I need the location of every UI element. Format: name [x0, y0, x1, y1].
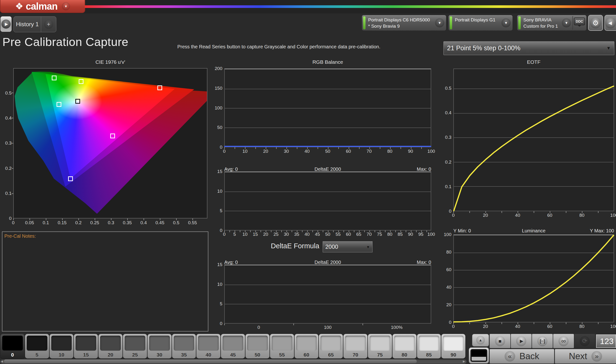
eotf-y-labels: 0.50.40.30.20.10: [438, 86, 451, 214]
pattern-step-70-button[interactable]: 70: [343, 334, 367, 358]
pattern-step-40-button[interactable]: 40: [196, 334, 220, 358]
pre-cal-notes-label: Pre-Cal Notes:: [4, 233, 36, 239]
pattern-swatch: [100, 336, 121, 351]
tick-label: 0.35: [122, 220, 132, 225]
yellow-secondary-marker: [79, 79, 83, 84]
chevron-down-icon: ▼: [435, 18, 444, 27]
scroll-left-icon[interactable]: ◀: [0, 359, 4, 364]
point-count-display: 123: [596, 334, 616, 348]
tick-label: 80: [577, 213, 587, 218]
pattern-step-20-button[interactable]: 20: [98, 334, 122, 358]
display-device-dropdown[interactable]: Sony BRAVIA Custom for Pro 1 ▼ DDC: [517, 15, 587, 31]
meter-name: Portrait Displays C6 HDR5000: [368, 17, 430, 23]
arrow-left-icon: ◀: [605, 17, 616, 28]
play-icon: ▶: [516, 336, 526, 346]
cie-chart-title: CIE 1976 u'v': [13, 59, 208, 65]
read-range-button[interactable]: [··]: [532, 334, 553, 348]
back-button[interactable]: « Back: [490, 349, 554, 364]
pattern-step-5-button[interactable]: 5: [25, 334, 49, 358]
top-bar: ❖ calman ▼: [0, 0, 616, 13]
settings-button[interactable]: ⚙: [588, 15, 603, 31]
cie-1976-diagram: [13, 68, 208, 219]
green-primary-marker: [52, 76, 57, 80]
display-device-mode: Custom for Pro 1: [523, 23, 558, 29]
back-label: Back: [520, 351, 539, 361]
tick-label: 0.5: [5, 91, 12, 96]
add-tab-button[interactable]: +: [41, 17, 56, 32]
play-arrow-icon: ▶: [1, 19, 11, 29]
scrollbar-thumb[interactable]: [4, 359, 417, 363]
pattern-step-10-button[interactable]: 10: [50, 334, 74, 358]
points-preset-dropdown[interactable]: 21 Point 5% step 0-100% ▼: [444, 41, 614, 55]
sync-button[interactable]: ⟳: [574, 334, 595, 348]
tick-label: 25: [271, 232, 281, 237]
pattern-window-button[interactable]: [469, 347, 489, 364]
tick-label: 95: [416, 232, 426, 237]
pre-cal-notes-area[interactable]: Pre-Cal Notes:: [2, 232, 208, 332]
continuous-read-button[interactable]: ∞: [553, 334, 574, 348]
tick-label: 55: [333, 232, 343, 237]
pattern-row-scrollbar[interactable]: ◀ ▶: [0, 359, 467, 364]
pattern-swatch: [345, 336, 366, 351]
stop-button[interactable]: ■: [490, 334, 510, 348]
pattern-step-80-button[interactable]: 80: [393, 334, 417, 358]
pattern-source-dropdown[interactable]: Portrait Displays G1 ▼: [448, 15, 513, 31]
tick-label: 60: [545, 324, 555, 329]
pattern-step-15-button[interactable]: 15: [74, 334, 98, 358]
pattern-step-85-button[interactable]: 85: [417, 334, 441, 358]
tick-label: 80: [577, 324, 587, 329]
pattern-step-label: 25: [125, 352, 145, 358]
stop-icon: ■: [495, 336, 505, 346]
pattern-step-30-button[interactable]: 30: [147, 334, 171, 358]
main-menu-chevron-button[interactable]: ▼: [62, 2, 70, 10]
pattern-step-25-button[interactable]: 25: [123, 334, 147, 358]
luminance-series: [454, 235, 614, 322]
pattern-step-50-button[interactable]: 50: [245, 334, 270, 358]
pattern-swatch: [443, 336, 464, 351]
rgb-x-axis-labels: 0102030405060708090100: [220, 149, 436, 154]
pattern-step-0-button[interactable]: 0: [0, 334, 25, 358]
tick-label: 60: [344, 232, 353, 237]
pattern-swatch: [198, 336, 219, 351]
pattern-step-90-button[interactable]: 90: [441, 334, 465, 358]
cie-y-ticks: [12, 68, 13, 219]
luminance-x-labels: 020406080100: [448, 324, 616, 329]
calman-window: ❖ calman ▼ ▶ History 1 + Portrait Displa…: [0, 0, 616, 364]
tick-label: 0.3: [445, 135, 451, 140]
meter-dropdown[interactable]: Portrait Displays C6 HDR5000 * Sony Brav…: [362, 15, 446, 31]
hue-spectrum-bar: [85, 5, 616, 8]
pattern-step-55-button[interactable]: 55: [270, 334, 294, 358]
next-button[interactable]: Next »: [555, 349, 616, 364]
tick-label: 35: [292, 232, 301, 237]
tab-history-1[interactable]: History 1: [14, 17, 41, 32]
pattern-step-65-button[interactable]: 65: [319, 334, 343, 358]
pattern-step-75-button[interactable]: 75: [368, 334, 392, 358]
deltae-grayscale-title: DeltaE 2000: [224, 167, 431, 172]
tick-label: 20: [446, 302, 451, 308]
pattern-step-label: 85: [419, 352, 439, 358]
expand-pattern-panel-button[interactable]: ▲: [472, 334, 489, 346]
next-label: Next: [569, 351, 587, 361]
pattern-swatch: [125, 336, 145, 351]
pattern-step-45-button[interactable]: 45: [221, 334, 245, 358]
tick-label: 15: [217, 169, 222, 174]
tick-label: 0.05: [24, 220, 35, 225]
pattern-swatch: [272, 336, 292, 351]
tick-label: 70: [364, 149, 374, 154]
tick-label: 70: [364, 232, 374, 237]
tick-label: 100: [444, 232, 451, 237]
pattern-swatch: [27, 336, 47, 351]
collapse-panel-button[interactable]: ◀: [604, 15, 616, 31]
calman-menu-button[interactable]: ❖ calman ▼: [0, 0, 85, 13]
tick-label: 15: [250, 232, 260, 237]
tick-label: 0.1: [5, 191, 12, 196]
deltae-formula-dropdown[interactable]: 2000 ▼: [323, 241, 372, 252]
ddc-monitor-icon[interactable]: DDC: [574, 18, 585, 25]
pattern-step-60-button[interactable]: 60: [295, 334, 319, 358]
pattern-step-label: 50: [247, 352, 268, 358]
scroll-right-icon[interactable]: ▶: [462, 359, 466, 364]
calman-gem-icon: ❖: [15, 2, 23, 11]
workflow-forward-button[interactable]: ▶: [0, 16, 12, 32]
read-series-button[interactable]: ▶: [511, 334, 532, 348]
pattern-step-35-button[interactable]: 35: [172, 334, 196, 358]
